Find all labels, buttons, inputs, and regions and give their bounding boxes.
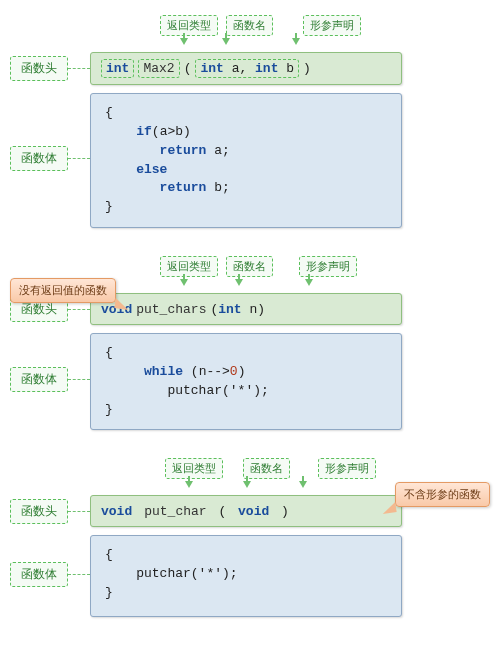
callout-no-return: 没有返回值的函数 [10,278,116,303]
label-func-name: 函数名 [226,256,273,277]
body-row: 函数体 { while (n-->0) putchar('*'); } [10,329,490,430]
annotation-row: 返回类型 函数名 形参声明 [165,458,490,479]
label-header: 函数头 [10,56,68,81]
label-header: 函数头 [10,499,68,524]
arrow-down-icon [299,481,307,488]
label-return-type: 返回类型 [160,256,218,277]
arrow-down-icon [180,38,188,45]
label-body: 函数体 [10,367,68,392]
func-name-token: put_chars [136,302,206,317]
connector-line [68,379,90,380]
label-return-type: 返回类型 [165,458,223,479]
example-1: 返回类型 函数名 形参声明 函数头 int Max2 ( int a, int … [10,15,490,228]
label-body: 函数体 [10,146,68,171]
annotation-row: 返回类型 函数名 形参声明 [160,15,490,36]
function-body: { while (n-->0) putchar('*'); } [90,333,402,430]
header-row: 函数头 int Max2 ( int a, int b ) [10,52,490,85]
callout-tail-icon [114,298,129,310]
arrow-down-icon [180,279,188,286]
body-row: 函数体 { if(a>b) return a; else return b; } [10,89,490,228]
func-name-token: Max2 [138,59,179,78]
connector-line [68,158,90,159]
label-param-decl: 形参声明 [303,15,361,36]
annotation-row: 返回类型 函数名 形参声明 [160,256,490,277]
function-body: { putchar('*'); } [90,535,402,617]
return-type-token: int [101,59,134,78]
func-name-token: put_char [144,504,206,519]
example-2: 没有返回值的函数 返回类型 函数名 形参声明 函数头 void put_char… [10,256,490,430]
label-param-decl: 形参声明 [318,458,376,479]
arrow-down-icon [222,38,230,45]
label-func-name: 函数名 [226,15,273,36]
arrow-row [180,38,490,52]
params-token: int a, int b [195,59,299,78]
example-3: 不含形参的函数 返回类型 函数名 形参声明 函数头 void put_char … [10,458,490,617]
function-header: int Max2 ( int a, int b ) [90,52,402,85]
callout-no-params: 不含形参的函数 [395,482,490,507]
params-group: (int n) [210,302,265,317]
label-func-name: 函数名 [243,458,290,479]
function-body: { if(a>b) return a; else return b; } [90,93,402,228]
arrow-down-icon [235,279,243,286]
params-token: void [230,504,277,519]
return-type-token: void [101,504,132,519]
arrow-down-icon [185,481,193,488]
paren-open: ( [184,61,192,76]
arrow-down-icon [243,481,251,488]
paren-open: ( [211,504,227,519]
arrow-row [180,279,490,293]
body-row: 函数体 { putchar('*'); } [10,531,490,617]
callout-text: 没有返回值的函数 [19,284,107,296]
label-return-type: 返回类型 [160,15,218,36]
paren-close: ) [281,504,289,519]
function-header: void put_chars (int n) [90,293,402,325]
connector-line [68,511,90,512]
connector-line [68,68,90,69]
paren-close: ) [303,61,311,76]
arrow-down-icon [305,279,313,286]
connector-line [68,574,90,575]
function-header: void put_char ( void ) [90,495,402,527]
arrow-down-icon [292,38,300,45]
label-body: 函数体 [10,562,68,587]
connector-line [68,309,90,310]
callout-text: 不含形参的函数 [404,488,481,500]
